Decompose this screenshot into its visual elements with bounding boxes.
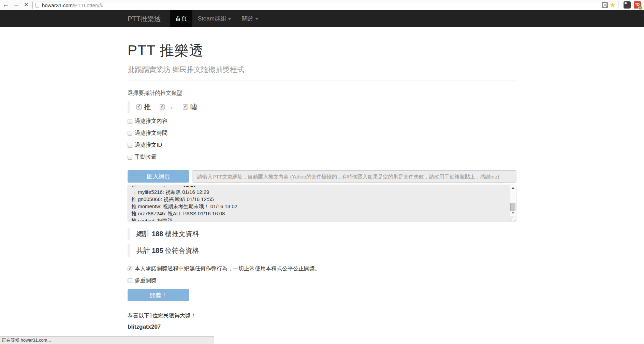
qualified-suffix: 位符合資格 [165,247,199,254]
total-count: 188 [152,230,163,238]
checkbox-multi-draw-label: 多重開獎 [135,277,157,284]
checkbox-filter-time-label: 過濾推文時間 [135,130,167,137]
browser-stop-icon[interactable]: ✕ [22,0,31,10]
qualified-count: 185 [152,247,163,254]
browser-back-icon[interactable]: ← [1,0,10,10]
push-line-partial: 推 ⋯⋯⋯⋯⋯: ⋯⋯⋯ 01/16 ⋯⋯ [131,186,507,188]
caret-down-icon [228,18,231,20]
url-host: howar31.com [42,2,73,8]
push-type-label: 選擇要採計的推文類型 [128,90,516,97]
shield-extension-icon[interactable]: M [602,2,608,8]
checkbox-push-label: 推 [144,102,151,112]
checkbox-filter-time-input[interactable] [128,131,132,136]
nav-item-steam-label: Steam群組 [198,15,226,22]
checkbox-push[interactable]: 推 [136,102,151,112]
ptt-url-input[interactable] [192,170,516,183]
winner-name: blitzgatx207 [128,324,516,330]
checkbox-filter-time[interactable]: 過濾推文時間 [128,130,516,137]
checkbox-filter-content-input[interactable] [128,119,132,124]
scrollbar-thumb[interactable] [510,203,515,211]
page-title: PTT 推樂透 [128,41,516,60]
nav-item-about-label: 關於 [242,15,253,22]
checkbox-filter-id-label: 過濾推文ID [135,142,162,149]
caret-down-icon [255,18,258,20]
checkbox-boo[interactable]: 噓 [183,102,197,112]
checkbox-multi-draw-input[interactable] [128,278,132,283]
push-line: 推 momentw: 祝期末考生期末哦！ 01/16 13:02 [131,203,507,210]
url-text: howar31.com/PTTLottery/# [42,2,104,8]
nav-item-about[interactable]: 關於 [236,10,264,27]
page-subtitle: 批踢踢實業坊 鄉民推文隨機抽獎程式 [128,65,516,74]
push-content-lines: 推 ⋯⋯⋯⋯⋯: ⋯⋯⋯ 01/16 ⋯⋯ → mylife5216: 祝歐趴 … [128,185,516,221]
address-bar[interactable]: howar31.com/PTTLottery/# M ★ [32,1,618,9]
import-url-button[interactable]: 匯入網頁 [128,170,189,183]
checkbox-filter-id-input[interactable] [128,143,132,148]
total-pushes-stat: 總計188樓推文資料 [128,228,516,240]
scroll-down-icon[interactable] [511,212,515,214]
stats-section: 總計188樓推文資料 共計185位符合資格 [128,228,516,257]
checkbox-fairness-promise[interactable]: 本人承諾開獎過程中絕無任何作弊行為，一切正常使用本程式公平公正開獎。 [128,265,516,272]
nav-item-home-label: 首頁 [175,15,187,22]
qualified-stat: 共計185位符合資格 [128,244,516,257]
nav-item-steam-group[interactable]: Steam群組 [192,10,236,27]
checkbox-arrow-input[interactable] [160,104,165,110]
checkbox-manual-slot-label: 手動拉霸 [135,154,157,161]
checkbox-multi-draw[interactable]: 多重開獎 [128,277,516,284]
checkbox-filter-content[interactable]: 過濾推文內容 [128,118,516,125]
scroll-up-icon[interactable] [511,187,515,189]
browser-status-bubble: 正在等候 howar31.com... [0,336,214,344]
td-extension-icon[interactable]: TD 0 [634,1,641,9]
checkbox-filter-content-label: 過濾推文內容 [135,118,167,125]
checkbox-arrow[interactable]: → [160,103,174,111]
url-path: /PTTLottery/# [73,2,104,8]
checkbox-manual-slot-input[interactable] [128,155,132,160]
import-row: 匯入網頁 [128,170,516,183]
evernote-extension-icon[interactable] [624,1,631,9]
checkbox-fairness-promise-label: 本人承諾開獎過程中絕無任何作弊行為，一切正常使用本程式公平公正開獎。 [135,265,320,272]
checkbox-manual-slot[interactable]: 手動拉霸 [128,154,516,161]
draw-controls: 本人承諾開獎過程中絕無任何作弊行為，一切正常使用本程式公平公正開獎。 多重開獎 … [128,265,516,301]
qualified-prefix: 共計 [136,247,150,254]
site-navbar: PTT推樂透 首頁 Steam群組 關於 [0,10,644,27]
browser-forward-icon[interactable]: → [12,0,20,10]
main-content: PTT 推樂透 批踢踢實業坊 鄉民推文隨機抽獎程式 選擇要採計的推文類型 推 →… [128,27,516,344]
push-line: → mylife5216: 祝歐趴 01/16 12:29 [131,188,507,196]
bookmark-star-icon[interactable]: ★ [610,2,615,8]
checkbox-boo-input[interactable] [183,104,188,110]
push-content-textarea[interactable]: 推 ⋯⋯⋯⋯⋯: ⋯⋯⋯ 01/16 ⋯⋯ → mylife5216: 祝歐趴 … [128,185,516,221]
result-section: 恭喜以下1位鄉民獲得大獎！ blitzgatx207 [128,312,516,330]
page-header: PTT 推樂透 批踢踢實業坊 鄉民推文隨機抽獎程式 [128,41,516,81]
push-line: 推 orz7887245: 祝ALL PASS 01/16 16:08 [131,210,507,217]
result-announce: 恭喜以下1位鄉民獲得大獎！ [128,312,516,319]
navbar-brand[interactable]: PTT推樂透 [128,10,170,27]
push-line: 推 gn005066: 祝福 歐趴 01/16 12:55 [131,196,507,203]
push-type-row: 推 → 噓 [128,101,516,113]
svg-text:M: M [604,4,606,7]
td-extension-badge: 0 [638,6,642,10]
textarea-scrollbar[interactable] [510,185,516,216]
checkbox-filter-id[interactable]: 過濾推文ID [128,142,516,149]
page-document-icon [35,3,39,8]
total-prefix: 總計 [136,230,150,238]
checkbox-boo-label: 噓 [190,102,197,112]
navbar-container: PTT推樂透 首頁 Steam群組 關於 [122,10,522,27]
browser-toolbar: ← → ✕ howar31.com/PTTLottery/# M ★ TD 0 [0,0,644,10]
checkbox-arrow-label: → [167,103,174,111]
push-line: 推 simbad: 祝歐趴 [131,217,507,221]
total-suffix: 樓推文資料 [165,230,199,238]
checkbox-push-input[interactable] [136,104,142,110]
checkbox-fairness-promise-input[interactable] [128,267,132,271]
nav-item-home[interactable]: 首頁 [170,10,192,27]
draw-button[interactable]: 開獎！ [128,289,189,301]
